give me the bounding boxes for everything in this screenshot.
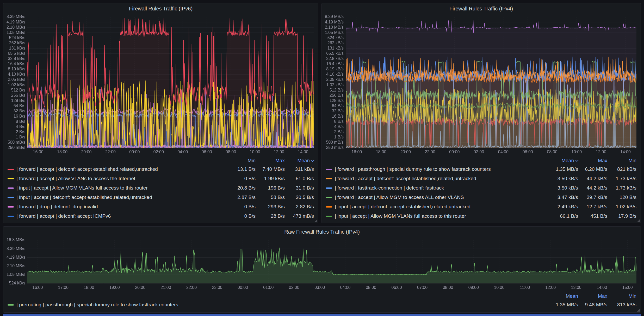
series-stat-mean: 3.50 kB/s	[549, 176, 578, 181]
series-stat-min: 1.73 kB/s	[607, 176, 636, 181]
panel-raw-firewall-traffic-ipv4: Raw Firewall Rules Traffic (IPv4) MeanMa…	[3, 226, 641, 313]
legend-rows-ipv6: | forward | accept | defconf: accept est…	[8, 165, 314, 221]
series-color-swatch	[326, 216, 332, 217]
series-stat-max: 7.40 MB/s	[256, 166, 285, 172]
series-label: | forward | accept | Allow VLANs to acce…	[16, 176, 226, 181]
legend-item[interactable]: | input | accept | defconf: accept estab…	[8, 193, 314, 202]
series-color-swatch	[326, 178, 332, 179]
legend-item[interactable]: | input | accept | Allow MGM VLANs full …	[8, 183, 314, 193]
series-stat-min: 821 kB/s	[607, 166, 636, 172]
grafana-dashboard: Firewall Rules Traffic (IPv6) MinMaxMean…	[0, 0, 644, 316]
series-color-swatch	[8, 169, 14, 170]
series-stat-mean: 3.47 kB/s	[549, 195, 578, 200]
series-label: | forward | accept | defconf: accept est…	[335, 176, 549, 181]
panel-firewall-traffic-ipv6: Firewall Rules Traffic (IPv6) MinMaxMean…	[3, 3, 318, 223]
series-color-swatch	[8, 197, 14, 198]
series-stat-max: 9.48 MB/s	[578, 302, 607, 308]
series-label: | input | accept | Allow MGM VLANs full …	[16, 185, 226, 191]
legend-rows-ipv4: | forward | passthrough | special dummy …	[326, 165, 636, 221]
legend-column-max[interactable]: Max	[256, 158, 285, 163]
series-color-swatch	[326, 197, 332, 198]
series-label: | input | accept | defconf: accept estab…	[16, 195, 226, 200]
series-label: | forward | passthrough | special dummy …	[335, 166, 549, 172]
series-stat-mean: 311 kB/s	[285, 166, 314, 172]
legend-ipv4: MeanMaxMin | forward | passthrough | spe…	[322, 157, 641, 223]
series-color-swatch	[326, 187, 332, 189]
legend-column-min[interactable]: Min	[607, 293, 636, 299]
legend-item[interactable]: | forward | passthrough | special dummy …	[326, 165, 636, 174]
legend-item[interactable]: | forward | accept | Allow VLANs to acce…	[326, 221, 636, 221]
legend-item[interactable]: | forward | accept | defconf: accept est…	[8, 165, 314, 174]
series-stat-mean: 473 mB/s	[285, 213, 314, 219]
series-stat-min: 20.8 B/s	[226, 185, 256, 191]
series-stat-mean: 3.50 kB/s	[549, 185, 578, 191]
legend-column-max[interactable]: Max	[578, 293, 607, 299]
legend-item[interactable]: | forward | drop | defconf: drop invalid…	[8, 202, 314, 211]
series-stat-max: 44.2 kB/s	[578, 185, 607, 191]
series-color-swatch	[8, 187, 14, 189]
series-stat-min: 0 B/s	[226, 176, 256, 181]
legend-item[interactable]: | input | accept | Allow MGM VLANs full …	[326, 211, 636, 221]
timeseries-chart-raw-ipv4[interactable]	[3, 237, 641, 292]
legend-header-ipv4: MeanMaxMin	[326, 157, 636, 165]
series-stat-mean: 66.1 B/s	[549, 213, 578, 219]
series-stat-max: 196 B/s	[256, 185, 285, 191]
series-stat-max: 451 B/s	[578, 213, 607, 219]
legend-header-ipv6: MinMaxMean	[8, 157, 314, 165]
legend-raw-ipv4: MeanMaxMin | prerouting | passthrough | …	[3, 292, 641, 312]
legend-column-min[interactable]: Min	[226, 158, 256, 163]
series-stat-mean: 20.5 B/s	[285, 195, 314, 200]
series-stat-max: 6.20 MB/s	[578, 166, 607, 172]
series-stat-mean: 2.49 kB/s	[549, 204, 578, 210]
series-stat-max: 12.7 kB/s	[578, 204, 607, 210]
series-color-swatch	[326, 169, 332, 170]
series-color-swatch	[8, 206, 14, 208]
legend-item[interactable]: | forward | accept | Allow MGM to access…	[326, 193, 636, 202]
sort-caret-icon	[311, 159, 314, 162]
panel-title-ipv4[interactable]: Firewall Rules Traffic (IPv4)	[322, 3, 641, 14]
series-label: | prerouting | passthrough | special dum…	[16, 302, 549, 308]
series-stat-mean: 1.35 MB/s	[549, 302, 578, 308]
legend-item[interactable]: | forward | accept | defconf: accept est…	[326, 174, 636, 183]
series-label: | forward | accept | defconf: accept ICM…	[16, 213, 226, 219]
series-color-swatch	[326, 206, 332, 208]
series-stat-max: 1.99 kB/s	[256, 176, 285, 181]
series-label: | forward | fasttrack-connection | defco…	[335, 185, 549, 191]
series-label: | forward | drop | defconf: drop invalid	[16, 204, 226, 210]
legend-item[interactable]: | forward | accept | defconf: accept ICM…	[8, 211, 314, 221]
top-panel-row: Firewall Rules Traffic (IPv6) MinMaxMean…	[3, 3, 641, 223]
legend-column-mean[interactable]: Mean	[549, 293, 578, 299]
series-stat-mean: 51.0 B/s	[285, 176, 314, 181]
series-stat-min: 13.1 B/s	[226, 166, 256, 172]
series-stat-mean: 1.35 MB/s	[549, 166, 578, 172]
series-label: | forward | accept | Allow MGM to access…	[335, 195, 549, 200]
timeseries-chart-ipv6[interactable]	[3, 14, 318, 157]
series-label: | input | accept | Allow MGM VLANs full …	[335, 213, 549, 219]
series-stat-min: 120 B/s	[607, 195, 636, 200]
panel-resize-handle-icon[interactable]	[637, 309, 640, 312]
series-stat-max: 58 B/s	[256, 195, 285, 200]
legend-column-max[interactable]: Max	[578, 158, 607, 163]
legend-item[interactable]: | prerouting | passthrough | special dum…	[8, 300, 636, 309]
timeseries-chart-ipv4[interactable]	[322, 14, 641, 157]
legend-item[interactable]: | forward | accept | Allow VLANs to acce…	[8, 174, 314, 183]
panel-resize-handle-icon[interactable]	[314, 219, 317, 222]
legend-column-min[interactable]: Min	[607, 158, 636, 163]
panel-title-ipv6[interactable]: Firewall Rules Traffic (IPv6)	[3, 3, 318, 14]
legend-column-mean[interactable]: Mean	[285, 158, 314, 163]
legend-item[interactable]: | input | accept | defconf: accept estab…	[326, 202, 636, 211]
legend-column-mean[interactable]: Mean	[549, 158, 578, 163]
series-stat-min: 813 kB/s	[607, 302, 636, 308]
series-stat-mean: 31.0 B/s	[285, 185, 314, 191]
series-stat-min: 17.9 B/s	[607, 213, 636, 219]
panel-resize-handle-icon[interactable]	[637, 219, 640, 222]
legend-item[interactable]: | forward | fasttrack-connection | defco…	[326, 183, 636, 193]
legend-item[interactable]: | input | accept | defconf: accept ICMPv…	[8, 221, 314, 221]
series-label: | forward | accept | defconf: accept est…	[16, 166, 226, 172]
panel-title-raw-ipv4[interactable]: Raw Firewall Rules Traffic (IPv4)	[3, 227, 641, 237]
clipped-panel-below	[3, 314, 641, 316]
series-color-swatch	[8, 178, 14, 179]
series-stat-mean: 2.82 B/s	[285, 204, 314, 210]
series-stat-max: 28 B/s	[256, 213, 285, 219]
series-stat-min: 0 B/s	[226, 204, 256, 210]
